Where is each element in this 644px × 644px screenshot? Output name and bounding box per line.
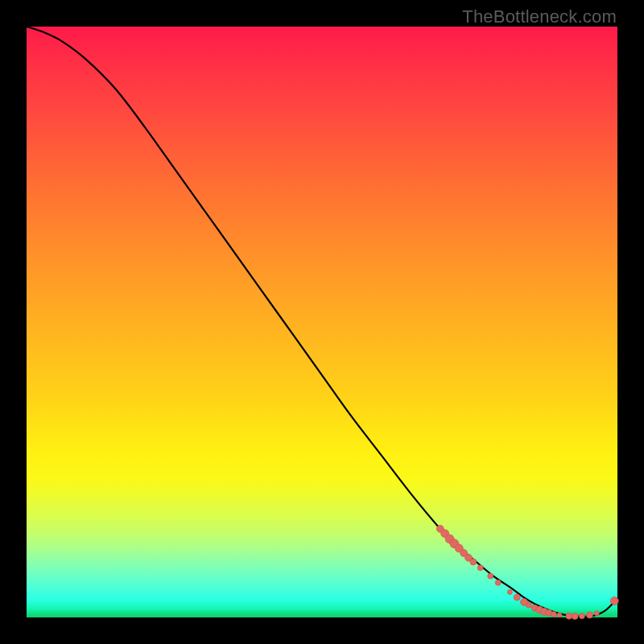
watermark-text: TheBottleneck.com [462, 6, 617, 27]
scatter-dot [477, 565, 483, 571]
scatter-dot [488, 573, 493, 579]
scatter-dots [436, 525, 618, 619]
bottleneck-curve [27, 27, 617, 617]
scatter-dot [557, 613, 562, 617]
scatter-dot [587, 612, 593, 618]
scatter-dot [526, 602, 531, 608]
scatter-dot [594, 611, 599, 616]
chart-svg [27, 27, 617, 617]
scatter-dot [566, 613, 572, 619]
scatter-dot [514, 594, 520, 601]
scatter-dot [495, 580, 501, 585]
scatter-dot [470, 559, 477, 565]
plot-area [27, 27, 617, 617]
scatter-dot [572, 613, 578, 620]
scatter-dot [551, 611, 556, 617]
scatter-dot [579, 613, 584, 619]
scatter-dot [610, 597, 618, 605]
chart-frame: TheBottleneck.com [0, 0, 644, 644]
scatter-dot [507, 589, 512, 594]
